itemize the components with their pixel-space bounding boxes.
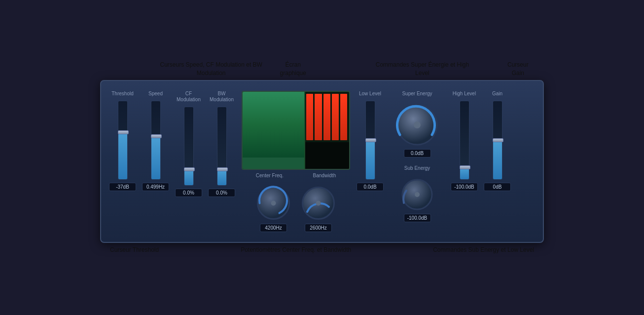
speed-section: Speed 0.499Hz bbox=[140, 89, 171, 234]
gain-handle[interactable] bbox=[493, 138, 503, 142]
cf-mod-fader[interactable]: 0.0% bbox=[175, 107, 202, 197]
outer-wrapper: Curseurs Speed, CF Modulation et BW Modu… bbox=[100, 61, 544, 254]
annotation-gain: Curseur Gain bbox=[502, 61, 534, 78]
center-freq-value: 4200Hz bbox=[260, 224, 287, 232]
high-level-fader[interactable]: -100.0dB bbox=[451, 101, 478, 191]
cf-mod-value: 0.0% bbox=[175, 189, 202, 197]
red-bar-4 bbox=[332, 94, 339, 140]
speed-value: 0.499Hz bbox=[142, 183, 169, 191]
super-energy-knob-container[interactable] bbox=[395, 103, 439, 147]
low-level-fill bbox=[366, 140, 375, 179]
sub-energy-value: -100.0dB bbox=[404, 214, 431, 222]
display-green-area bbox=[243, 92, 304, 158]
cf-mod-label: CF Modulation bbox=[177, 91, 201, 103]
speed-fader[interactable]: 0.499Hz bbox=[142, 101, 169, 191]
bandwidth-knob-container[interactable]: 2600Hz bbox=[300, 185, 337, 232]
super-energy-value: 0.0dB bbox=[404, 149, 431, 158]
display-inner bbox=[243, 92, 349, 169]
annotation-sub-energy: Commandes Sub Energy et Low Level bbox=[433, 246, 534, 254]
threshold-label: Threshold bbox=[111, 91, 133, 97]
annotation-super-energy: Commandes Super Énergie et High Level bbox=[372, 61, 472, 78]
display-black-bottom bbox=[304, 142, 349, 169]
threshold-handle[interactable] bbox=[118, 130, 129, 134]
threshold-value: -37dB bbox=[109, 183, 136, 191]
svg-point-7 bbox=[415, 192, 420, 197]
cf-mod-track[interactable] bbox=[184, 107, 194, 186]
display-separator bbox=[304, 92, 305, 169]
annotation-potentiometres: Potentiomètres Center Freq. et Bandwidth bbox=[241, 246, 351, 254]
bandwidth-knob[interactable] bbox=[300, 185, 337, 222]
display-green-lower bbox=[243, 158, 304, 169]
high-level-handle[interactable] bbox=[460, 165, 470, 169]
svg-point-3 bbox=[316, 201, 321, 206]
annotation-threshold: Curseur Threshold bbox=[110, 246, 159, 254]
high-level-label: High Level bbox=[453, 91, 476, 97]
svg-point-5 bbox=[414, 121, 421, 128]
sub-energy-knob-container[interactable] bbox=[400, 177, 434, 212]
super-energy-row: Super Energy bbox=[395, 91, 439, 158]
energy-panel: Super Energy bbox=[388, 89, 447, 234]
red-bar-3 bbox=[323, 94, 330, 140]
gain-track[interactable] bbox=[493, 101, 502, 180]
threshold-track[interactable] bbox=[118, 101, 128, 180]
center-freq-knob[interactable] bbox=[255, 185, 292, 222]
gain-fader[interactable]: 0dB bbox=[484, 101, 511, 191]
gain-section: Gain 0dB bbox=[482, 89, 513, 234]
bw-mod-fader[interactable]: 0.0% bbox=[208, 107, 235, 197]
sub-energy-row: Sub Energy bbox=[400, 165, 434, 222]
gain-value: 0dB bbox=[484, 183, 511, 191]
bw-mod-fill bbox=[217, 170, 226, 186]
red-bar-1 bbox=[306, 94, 313, 140]
center-freq-label: Center Freq. bbox=[256, 173, 284, 179]
low-level-handle[interactable] bbox=[365, 138, 376, 142]
threshold-fader[interactable]: -37dB bbox=[109, 101, 136, 191]
cf-mod-handle[interactable] bbox=[184, 167, 195, 171]
bw-mod-track[interactable] bbox=[217, 107, 227, 186]
threshold-section: Threshold -37dB bbox=[107, 89, 138, 234]
gain-label: Gain bbox=[492, 91, 502, 97]
bw-mod-handle[interactable] bbox=[217, 167, 228, 171]
annotation-curseurs: Curseurs Speed, CF Modulation et BW Modu… bbox=[149, 61, 273, 78]
speed-handle[interactable] bbox=[151, 134, 162, 138]
svg-point-1 bbox=[271, 201, 276, 206]
center-display-section: Center Freq. Bandwidth bbox=[239, 89, 353, 234]
low-level-track[interactable] bbox=[365, 101, 375, 180]
bw-mod-label: BW Modulation bbox=[210, 91, 234, 103]
high-level-section: High Level -100.0dB bbox=[449, 89, 480, 234]
gain-fill bbox=[493, 140, 502, 179]
speed-fill bbox=[151, 137, 160, 180]
low-level-fader[interactable]: 0.0dB bbox=[357, 101, 384, 191]
red-bar-2 bbox=[315, 94, 322, 140]
sub-energy-label: Sub Energy bbox=[404, 165, 430, 171]
super-energy-label: Super Energy bbox=[402, 91, 432, 97]
low-level-value: 0.0dB bbox=[357, 183, 384, 191]
cf-mod-section: CF Modulation 0.0% bbox=[173, 89, 204, 234]
high-level-fill bbox=[460, 168, 469, 180]
high-level-track[interactable] bbox=[460, 101, 469, 180]
threshold-fill bbox=[118, 133, 127, 180]
bandwidth-display-label: Bandwidth bbox=[313, 173, 336, 179]
low-level-section: Low Level 0.0dB bbox=[355, 89, 386, 234]
bw-mod-section: BW Modulation 0.0% bbox=[206, 89, 237, 234]
super-energy-knob[interactable] bbox=[395, 103, 439, 147]
center-freq-knob-container[interactable]: 4200Hz bbox=[255, 185, 292, 232]
red-bar-5 bbox=[340, 94, 347, 140]
bandwidth-value: 2600Hz bbox=[305, 224, 332, 232]
cf-mod-fill bbox=[184, 170, 193, 186]
annotation-ecran: Écran graphique bbox=[273, 61, 313, 78]
display-red-bars bbox=[304, 92, 349, 142]
display-screen bbox=[242, 91, 350, 170]
bw-mod-value: 0.0% bbox=[208, 189, 235, 197]
plugin-body: Threshold -37dB Speed 0.499Hz CF bbox=[100, 80, 544, 243]
low-level-label: Low Level bbox=[359, 91, 381, 97]
speed-label: Speed bbox=[148, 91, 163, 97]
high-level-value: -100.0dB bbox=[451, 183, 478, 191]
speed-track[interactable] bbox=[151, 101, 161, 180]
sub-energy-knob[interactable] bbox=[400, 177, 434, 212]
